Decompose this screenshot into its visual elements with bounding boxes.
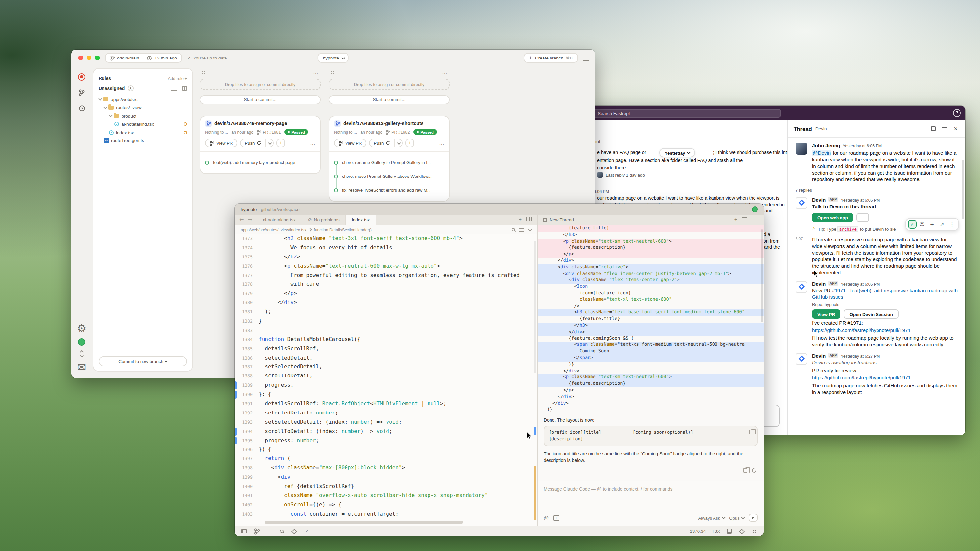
permission-mode-select[interactable]: Always Ask <box>698 515 724 520</box>
notifications-icon[interactable] <box>751 528 758 535</box>
john-avatar[interactable] <box>795 143 807 155</box>
new-tab-icon[interactable]: + <box>519 217 522 223</box>
create-branch-button[interactable]: + Create branch ⌘B <box>524 53 578 63</box>
code-line[interactable]: 1399 <div <box>235 473 537 482</box>
user-mention[interactable]: @Devin <box>812 150 831 156</box>
close-window-button[interactable] <box>78 56 83 60</box>
code-line[interactable]: 1388 scrollToDetail, <box>235 372 537 381</box>
view-pr-button[interactable]: View PR <box>812 310 840 319</box>
branches-icon[interactable] <box>77 88 86 97</box>
minimize-window-button[interactable] <box>86 56 91 60</box>
code-line[interactable]: 1380 </div> <box>235 298 537 307</box>
forward-icon[interactable]: → <box>248 217 252 223</box>
code-line[interactable]: 1387 setSelectedDetail, <box>235 363 537 372</box>
pr-link[interactable]: PR #1981 <box>256 129 281 135</box>
list-view-icon[interactable] <box>170 86 177 91</box>
share-message-button[interactable]: ↗ <box>938 220 946 229</box>
tree-item-apps-web-src[interactable]: apps/web/src <box>93 95 192 103</box>
assistant-input[interactable]: Message Claude Code — @ to include conte… <box>538 481 764 526</box>
code-line[interactable]: 1390}: { <box>235 390 537 399</box>
tree-item-routetree-gen-ts[interactable]: TSrouteTree.gen.ts <box>93 137 192 145</box>
new-thread-tab[interactable]: New Thread <box>549 218 574 222</box>
add-rule-button[interactable]: Add rule + <box>168 76 187 81</box>
code-line[interactable]: 1379 </p> <box>235 289 537 299</box>
code-line[interactable]: 1375 </h2> <box>235 252 537 262</box>
thread-replies-bar[interactable]: Last reply 1 day ago <box>597 172 645 178</box>
history-icon[interactable] <box>77 104 86 113</box>
assistant-panel-icon[interactable] <box>739 528 745 535</box>
author-name[interactable]: John Jeong <box>812 143 840 149</box>
author-name[interactable]: Devin <box>812 281 826 287</box>
new-thread-icon[interactable]: + <box>734 217 737 223</box>
copy-icon[interactable] <box>749 430 753 434</box>
timestamp[interactable]: Yesterday at 6:06 PM <box>841 281 880 286</box>
open-devin-session-button[interactable]: Open Devin Session <box>843 310 899 319</box>
code-line[interactable]: 1382} <box>235 317 537 326</box>
terminal-panel-icon[interactable] <box>726 528 733 535</box>
breadcrumb[interactable]: apps/web/src/routes/_view/index.tsx func… <box>235 225 537 234</box>
breadcrumb-symbol[interactable]: function DetailsSectionHeader() <box>314 227 372 232</box>
pr-url-link[interactable]: https://github.com/fastrepl/hypnote/pull… <box>812 327 958 334</box>
ci-status-badge[interactable]: Passed <box>413 129 437 135</box>
view-pr-button[interactable]: View PR <box>205 139 237 148</box>
branch-plus-button[interactable]: + <box>277 139 285 148</box>
lane-handle-icon[interactable] <box>331 71 334 74</box>
code-line[interactable]: 1378 with care <box>235 280 537 289</box>
commit-item[interactable]: fix: resolve TypeScript errors and add r… <box>334 183 444 197</box>
code-line[interactable]: 1391 detailsScrollRef: React.RefObject<H… <box>235 399 537 408</box>
branch-name[interactable]: devin/1764380912-gallery-shortcuts <box>343 120 423 126</box>
commit-item[interactable]: chore: rename Gallery to Prompt Gallery … <box>334 156 444 169</box>
code-line[interactable]: 1393 setSelectedDetail: (index: number) … <box>235 418 537 427</box>
add-reaction-button[interactable]: + <box>928 220 936 229</box>
assistant-menu-icon[interactable]: … <box>752 217 757 223</box>
tab-index-tsx[interactable]: index.tsx <box>346 215 377 225</box>
author-name[interactable]: Devin <box>812 197 826 203</box>
workspace-settings-icon[interactable] <box>582 56 589 61</box>
tab-ai-notetaking-tsx[interactable]: ai-notetaking.tsx <box>257 215 302 225</box>
code-line[interactable]: 1373 <h2 className="text-3xl font-serif … <box>235 234 537 243</box>
devin-avatar[interactable] <box>795 353 807 365</box>
code-line[interactable]: 1396}) { <box>235 445 537 454</box>
lane-handle-icon[interactable] <box>202 71 205 74</box>
outline-panel-icon[interactable] <box>266 528 272 535</box>
diagnostics-check-icon[interactable]: ✓ <box>304 528 310 535</box>
code-line[interactable]: 1392 selectedDetail: number; <box>235 408 537 418</box>
search-panel-icon[interactable] <box>278 528 285 535</box>
date-divider-pill[interactable]: Yesterday <box>659 148 695 157</box>
outline-icon[interactable] <box>519 228 525 232</box>
help-icon[interactable]: ? <box>953 109 961 117</box>
start-commit-button[interactable]: Start a commit... <box>200 95 321 104</box>
timestamp[interactable]: Yesterday at 6:27 PM <box>841 353 880 358</box>
copy-message-icon[interactable] <box>743 468 747 473</box>
more-actions-button[interactable]: ⋮ <box>948 220 956 229</box>
close-thread-icon[interactable]: × <box>951 125 959 133</box>
chevron-down-icon[interactable] <box>529 228 532 231</box>
assistant-status-icon[interactable] <box>291 528 298 535</box>
commit-item[interactable]: chore: move Prompt Gallery above Workflo… <box>334 169 444 183</box>
collapse-chevrons-icon[interactable] <box>80 351 83 357</box>
editor-title-bar[interactable]: hypnote gitbutler/workspace <box>235 203 764 215</box>
slack-search-input[interactable]: Search Fastrepl <box>593 109 781 118</box>
editor-branch-name[interactable]: gitbutler/workspace <box>261 207 299 211</box>
attach-context-icon[interactable]: + <box>553 514 559 521</box>
thread-settings-icon[interactable] <box>940 125 948 133</box>
code-line[interactable]: 1395 progress: number; <box>235 436 537 445</box>
code-line[interactable]: 1386 selectedDetail, <box>235 353 537 363</box>
code-line[interactable]: 1374 We focus on every bit of details <box>235 243 537 252</box>
open-in-new-icon[interactable] <box>929 125 937 133</box>
tree-item-product[interactable]: product <box>93 112 192 120</box>
pr-url-link[interactable]: https://github.com/fastrepl/hypnote/pull… <box>812 375 958 381</box>
emoji-reaction-button[interactable]: ☺ <box>918 220 926 229</box>
assistant-scrollbar[interactable] <box>761 229 763 322</box>
pr-title-link[interactable]: #1971 - feat(web): add responsive kanban… <box>812 287 958 300</box>
branch-menu-button[interactable]: … <box>310 140 315 146</box>
push-button[interactable]: Push <box>370 140 394 147</box>
zoom-window-button[interactable] <box>95 56 100 60</box>
project-switcher[interactable]: hypnote <box>318 53 349 63</box>
pr-link[interactable]: PR #1982 <box>385 129 410 135</box>
code-line[interactable]: 1385 detailsScrollRef, <box>235 344 537 353</box>
view-pr-button[interactable]: View PR <box>334 139 366 148</box>
code-line[interactable]: 1384function DetailsMobileCarousel({ <box>235 335 537 345</box>
lane-menu-button[interactable]: … <box>442 70 448 75</box>
base-branch-pill[interactable]: origin/main 13 min ago <box>105 53 182 63</box>
